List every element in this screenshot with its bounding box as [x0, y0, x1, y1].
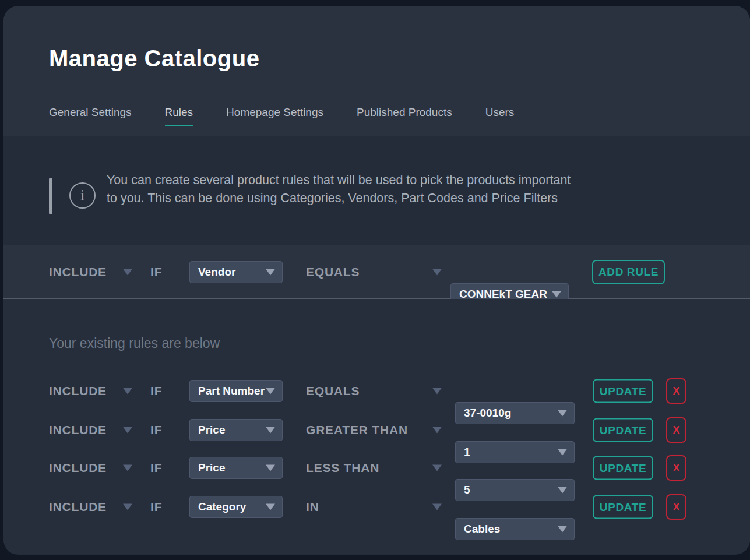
info-text-line2: to you. This can be done using Categorie…: [107, 189, 571, 207]
header-section: Manage Catalogue General Settings Rules …: [3, 6, 750, 136]
rule-if-label: IF: [150, 500, 162, 514]
manage-catalogue-panel: Manage Catalogue General Settings Rules …: [3, 6, 750, 555]
rule-operator-dropdown[interactable]: IN: [306, 500, 319, 514]
update-rule-button[interactable]: UPDATE: [593, 379, 653, 403]
add-rule-button[interactable]: ADD RULE: [592, 260, 665, 284]
delete-rule-button[interactable]: X: [666, 455, 686, 481]
chevron-down-icon[interactable]: [123, 465, 132, 471]
rule-action-dropdown[interactable]: INCLUDE: [49, 423, 107, 437]
chevron-down-icon[interactable]: [432, 388, 442, 395]
rule-if-label: IF: [150, 384, 162, 398]
rule-operator-dropdown[interactable]: EQUALS: [306, 384, 360, 398]
tab-rules[interactable]: Rules: [165, 106, 193, 119]
tab-published-products[interactable]: Published Products: [357, 106, 452, 119]
chevron-down-icon: [266, 269, 275, 275]
update-rule-button[interactable]: UPDATE: [593, 456, 653, 480]
builder-field-dropdown[interactable]: Vendor: [189, 261, 283, 283]
rule-action-dropdown[interactable]: INCLUDE: [49, 461, 107, 475]
rule-if-label: IF: [150, 461, 162, 475]
rule-operator-dropdown[interactable]: GREATER THAN: [306, 423, 408, 437]
update-rule-button[interactable]: UPDATE: [593, 495, 653, 519]
rule-value-dropdown[interactable]: Cables: [455, 518, 575, 540]
rule-action-dropdown[interactable]: INCLUDE: [49, 384, 107, 398]
chevron-down-icon[interactable]: [123, 388, 132, 395]
builder-if-label: IF: [150, 265, 162, 279]
existing-rule-row: INCLUDE IF Price LESS THAN 5 UPDATE X: [3, 449, 750, 487]
rule-field-value: Category: [198, 501, 246, 513]
rule-field-value: Price: [198, 424, 225, 436]
chevron-down-icon: [266, 388, 275, 395]
chevron-down-icon[interactable]: [432, 504, 442, 510]
chevron-down-icon[interactable]: [432, 465, 442, 471]
delete-rule-button[interactable]: X: [666, 378, 686, 404]
builder-field-value: Vendor: [198, 266, 235, 279]
rule-field-dropdown[interactable]: Part Number: [189, 380, 283, 402]
chevron-down-icon[interactable]: [432, 269, 442, 275]
chevron-down-icon[interactable]: [123, 427, 132, 434]
chevron-down-icon[interactable]: [123, 269, 132, 275]
chevron-down-icon: [266, 427, 275, 434]
chevron-down-icon: [266, 465, 275, 471]
chevron-down-icon[interactable]: [432, 427, 442, 434]
chevron-down-icon: [552, 291, 561, 297]
rule-field-value: Part Number: [198, 385, 265, 397]
rule-field-value: Price: [198, 462, 225, 474]
chevron-down-icon: [558, 526, 567, 533]
page-title: Manage Catalogue: [49, 45, 259, 72]
rule-builder-row: INCLUDE IF Vendor EQUALS CONNEkT GEAR AD…: [3, 245, 750, 299]
info-accent-bar: [49, 178, 52, 214]
tab-general-settings[interactable]: General Settings: [49, 106, 132, 119]
existing-rule-row: INCLUDE IF Part Number EQUALS 37-0010g U…: [3, 372, 750, 410]
chevron-down-icon[interactable]: [123, 504, 132, 510]
existing-rules-heading: Your existing rules are below: [49, 336, 220, 351]
delete-rule-button[interactable]: X: [666, 417, 686, 443]
rule-field-dropdown[interactable]: Category: [189, 496, 283, 518]
rule-value-text: Cables: [464, 523, 500, 536]
existing-rule-row: INCLUDE IF Category IN Cables UPDATE X: [3, 488, 750, 526]
rule-builder-section: INCLUDE IF Vendor EQUALS CONNEkT GEAR AD…: [3, 245, 750, 299]
rule-action-dropdown[interactable]: INCLUDE: [49, 500, 107, 514]
builder-action-dropdown[interactable]: INCLUDE: [49, 265, 107, 279]
tab-users[interactable]: Users: [485, 106, 515, 119]
delete-rule-button[interactable]: X: [666, 494, 686, 520]
rule-field-dropdown[interactable]: Price: [189, 457, 283, 479]
rule-if-label: IF: [150, 423, 162, 437]
chevron-down-icon: [266, 504, 275, 510]
rule-operator-dropdown[interactable]: LESS THAN: [306, 461, 379, 475]
info-section: i You can create several product rules t…: [3, 136, 750, 245]
info-icon: i: [69, 182, 96, 209]
existing-rules-section: Your existing rules are below INCLUDE IF…: [3, 299, 750, 554]
existing-rule-row: INCLUDE IF Price GREATER THAN 1 UPDATE X: [3, 411, 750, 449]
info-text: You can create several product rules tha…: [107, 171, 571, 207]
info-text-line1: You can create several product rules tha…: [107, 171, 571, 189]
tab-homepage-settings[interactable]: Homepage Settings: [226, 106, 323, 119]
rule-field-dropdown[interactable]: Price: [189, 419, 283, 441]
update-rule-button[interactable]: UPDATE: [593, 418, 653, 442]
tab-bar: General Settings Rules Homepage Settings…: [49, 106, 514, 119]
builder-operator-dropdown[interactable]: EQUALS: [306, 265, 360, 279]
